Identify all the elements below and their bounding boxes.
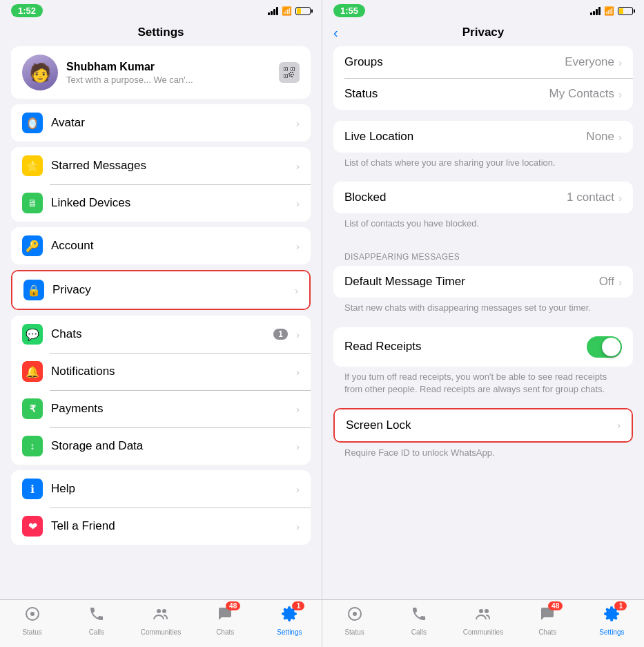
settings-tab-icon: 1 [281,606,297,626]
privacy-section-groups-status: Groups Everyone › Status My Contacts › [333,46,633,110]
qr-icon[interactable] [279,62,300,83]
linked-devices-row[interactable]: 🖥 Linked Devices › [11,184,311,222]
linked-icon: 🖥 [22,193,43,213]
settings-group-avatar: 🪞 Avatar › [11,104,311,142]
back-button[interactable]: ‹ [333,26,338,39]
payments-row[interactable]: ₹ Payments › [11,390,311,427]
tab-communities-left[interactable]: Communities [128,606,193,636]
notifications-row[interactable]: 🔔 Notifications › [11,353,311,390]
avatar: 🧑 [22,55,58,90]
avatar-chevron: › [296,117,300,129]
left-status-bar: 1:52 📶 [0,0,322,20]
account-chevron: › [296,240,300,252]
right-status-bar: 1:55 📶 [322,0,644,20]
svg-rect-9 [290,72,291,73]
groups-status-group: Groups Everyone › Status My Contacts › [333,46,633,110]
privacy-content: Groups Everyone › Status My Contacts › L… [322,46,644,599]
storage-row[interactable]: ↕ Storage and Data › [11,427,311,465]
right-calls-tab-label: Calls [411,628,427,636]
groups-chevron: › [618,57,622,68]
bottom-spacer [333,472,633,483]
settings-nav: Settings [0,20,322,46]
help-row[interactable]: ℹ Help › [11,470,311,508]
chats-badge-left: 48 [226,601,240,610]
default-timer-row[interactable]: Default Message Timer Off › [333,266,633,298]
right-status-tab-icon [347,606,363,626]
right-status-tab-label: Status [344,628,364,636]
signal-icon [268,7,278,15]
svg-point-17 [30,612,35,616]
status-tab-label: Status [22,628,41,636]
tab-communities-right[interactable]: Communities [451,606,515,636]
status-row[interactable]: Status My Contacts › [333,78,633,110]
blocked-label: Blocked [344,191,567,204]
live-location-note: List of chats where you are sharing your… [333,153,633,176]
right-settings-tab-label: Settings [599,628,624,636]
live-location-group: Live Location None › [333,121,633,153]
blocked-group: Blocked 1 contact › [333,182,633,213]
tell-friend-chevron: › [296,521,300,532]
avatar-label: Avatar [51,116,288,130]
payments-label: Payments [51,402,288,416]
account-row[interactable]: 🔑 Account › [11,227,311,264]
read-receipts-row[interactable]: Read Receipts [333,327,633,367]
privacy-section-screenlock: Screen Lock › Require Face ID to unlock … [333,408,633,466]
left-tab-bar: Status Calls Communities [0,599,322,647]
default-timer-chevron: › [618,276,622,288]
screen-lock-row[interactable]: Screen Lock › [335,409,632,441]
tab-status-left[interactable]: Status [0,606,64,636]
svg-point-21 [353,612,357,616]
calls-tab-label: Calls [89,628,104,636]
groups-row[interactable]: Groups Everyone › [333,46,633,78]
tab-chats-right[interactable]: 48 Chats [516,606,580,636]
status-chevron: › [618,88,622,100]
left-panel: 1:52 📶 Settings 🧑 Shubham Kumar Text wit… [0,0,322,647]
tab-status-right[interactable]: Status [322,606,387,636]
svg-rect-11 [289,73,290,75]
privacy-section-receipts: Read Receipts If you turn off read recei… [333,327,633,403]
profile-row[interactable]: 🧑 Shubham Kumar Text with a purpose... W… [11,46,311,99]
settings-group-help: ℹ Help › ❤ Tell a Friend › [11,470,311,545]
starred-label: Starred Messages [51,159,288,173]
starred-messages-row[interactable]: ⭐ Starred Messages › [11,147,311,184]
privacy-section-disappearing: DISAPPEARING MESSAGES Default Message Ti… [333,242,633,321]
svg-rect-14 [289,75,291,77]
help-chevron: › [296,483,300,495]
tab-settings-right[interactable]: 1 Settings [580,606,644,636]
svg-point-22 [479,609,483,613]
back-arrow-icon: ‹ [333,26,338,39]
chats-badge: 1 [273,329,288,340]
tell-friend-row[interactable]: ❤ Tell a Friend › [11,508,311,545]
privacy-title: Privacy [462,26,505,39]
privacy-row[interactable]: 🔒 Privacy › [12,271,309,309]
tab-settings-left[interactable]: 1 Settings [257,606,322,636]
settings-title: Settings [137,26,184,39]
left-status-icons: 📶 [268,6,311,16]
read-receipts-toggle[interactable] [587,336,622,358]
chats-row[interactable]: 💬 Chats 1 › [11,316,311,353]
account-label: Account [51,239,288,253]
avatar-row[interactable]: 🪞 Avatar › [11,104,311,142]
privacy-row-highlighted[interactable]: 🔒 Privacy › [11,270,311,310]
storage-chevron: › [296,441,300,452]
settings-group-starred-linked: ⭐ Starred Messages › 🖥 Linked Devices › [11,147,311,222]
profile-info: Shubham Kumar Text with a purpose... We … [66,61,271,85]
receipts-note: If you turn off read receipts, you won't… [333,367,633,403]
tab-calls-left[interactable]: Calls [64,606,128,636]
svg-rect-15 [291,76,293,77]
live-location-label: Live Location [344,130,586,144]
live-location-row[interactable]: Live Location None › [333,121,633,153]
svg-rect-13 [293,74,294,75]
disappearing-group: Default Message Timer Off › [333,266,633,298]
right-battery-icon [618,7,633,15]
svg-rect-12 [291,74,292,75]
tab-calls-right[interactable]: Calls [387,606,451,636]
battery-icon [295,7,311,15]
tab-chats-left[interactable]: 48 Chats [193,606,257,636]
privacy-label: Privacy [52,283,286,297]
chats-tab-label: Chats [216,628,234,636]
right-chats-tab-icon: 48 [539,606,556,626]
settings-badge-left: 1 [292,601,304,610]
blocked-row[interactable]: Blocked 1 contact › [333,182,633,213]
screen-lock-highlighted[interactable]: Screen Lock › [333,408,633,443]
